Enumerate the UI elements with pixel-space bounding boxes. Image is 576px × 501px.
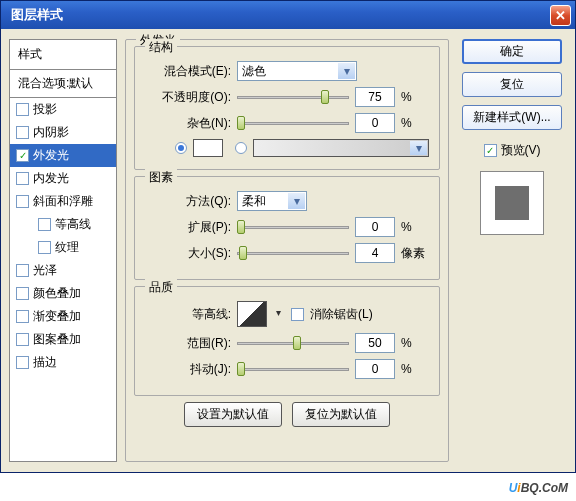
- sidebar-item-outer-glow[interactable]: 外发光: [10, 144, 116, 167]
- elements-legend: 图素: [145, 169, 177, 186]
- sidebar-item-label: 渐变叠加: [33, 308, 81, 325]
- jitter-input[interactable]: [355, 359, 395, 379]
- reset-default-button[interactable]: 复位为默认值: [292, 402, 390, 427]
- opacity-unit: %: [401, 90, 429, 104]
- sidebar-header[interactable]: 样式: [10, 40, 116, 70]
- contour-label: 等高线:: [145, 306, 231, 323]
- sidebar-item-bevel-emboss[interactable]: 斜面和浮雕: [10, 190, 116, 213]
- sidebar-item-label: 外发光: [33, 147, 69, 164]
- checkbox-drop-shadow[interactable]: [16, 103, 29, 116]
- sidebar-item-label: 图案叠加: [33, 331, 81, 348]
- opacity-label: 不透明度(O):: [145, 89, 231, 106]
- jitter-label: 抖动(J):: [145, 361, 231, 378]
- contour-picker[interactable]: [237, 301, 267, 327]
- cancel-button[interactable]: 复位: [462, 72, 562, 97]
- noise-label: 杂色(N):: [145, 115, 231, 132]
- preview-checkbox[interactable]: [484, 144, 497, 157]
- ok-button[interactable]: 确定: [462, 39, 562, 64]
- styles-sidebar: 样式 混合选项:默认 投影内阴影外发光内发光斜面和浮雕等高线纹理光泽颜色叠加渐变…: [9, 39, 117, 462]
- checkbox-gradient-overlay[interactable]: [16, 310, 29, 323]
- chevron-down-icon[interactable]: ▾: [276, 307, 281, 318]
- sidebar-item-label: 描边: [33, 354, 57, 371]
- color-radio[interactable]: [175, 142, 187, 154]
- sidebar-item-gradient-overlay[interactable]: 渐变叠加: [10, 305, 116, 328]
- gradient-radio[interactable]: [235, 142, 247, 154]
- sidebar-item-contour[interactable]: 等高线: [10, 213, 116, 236]
- color-swatch[interactable]: [193, 139, 223, 157]
- range-label: 范围(R):: [145, 335, 231, 352]
- preview-swatch: [495, 186, 529, 220]
- checkbox-satin[interactable]: [16, 264, 29, 277]
- checkbox-outer-glow[interactable]: [16, 149, 29, 162]
- chevron-down-icon: ▾: [410, 141, 427, 155]
- checkbox-contour[interactable]: [38, 218, 51, 231]
- quality-legend: 品质: [145, 279, 177, 296]
- range-unit: %: [401, 336, 429, 350]
- spread-unit: %: [401, 220, 429, 234]
- sidebar-item-satin[interactable]: 光泽: [10, 259, 116, 282]
- jitter-slider[interactable]: [237, 360, 349, 378]
- technique-value: 柔和: [242, 193, 266, 210]
- close-button[interactable]: ✕: [550, 5, 571, 26]
- checkbox-pattern-overlay[interactable]: [16, 333, 29, 346]
- noise-unit: %: [401, 116, 429, 130]
- technique-select[interactable]: 柔和 ▾: [237, 191, 307, 211]
- size-slider[interactable]: [237, 244, 349, 262]
- jitter-unit: %: [401, 362, 429, 376]
- noise-slider[interactable]: [237, 114, 349, 132]
- antialias-checkbox[interactable]: [291, 308, 304, 321]
- noise-input[interactable]: [355, 113, 395, 133]
- checkbox-texture[interactable]: [38, 241, 51, 254]
- antialias-label: 消除锯齿(L): [310, 306, 373, 323]
- range-slider[interactable]: [237, 334, 349, 352]
- sidebar-item-label: 颜色叠加: [33, 285, 81, 302]
- structure-group: 结构 混合模式(E): 滤色 ▾ 不透明度(O):: [134, 46, 440, 170]
- checkbox-stroke[interactable]: [16, 356, 29, 369]
- sidebar-item-label: 纹理: [55, 239, 79, 256]
- opacity-input[interactable]: [355, 87, 395, 107]
- outer-glow-panel: 外发光 结构 混合模式(E): 滤色 ▾ 不透明度(O):: [125, 39, 449, 462]
- sidebar-item-label: 等高线: [55, 216, 91, 233]
- chevron-down-icon: ▾: [288, 193, 305, 209]
- preview-box: [480, 171, 544, 235]
- sidebar-item-inner-glow[interactable]: 内发光: [10, 167, 116, 190]
- size-unit: 像素: [401, 245, 429, 262]
- spread-slider[interactable]: [237, 218, 349, 236]
- checkbox-color-overlay[interactable]: [16, 287, 29, 300]
- spread-input[interactable]: [355, 217, 395, 237]
- sidebar-item-label: 内发光: [33, 170, 69, 187]
- opacity-slider[interactable]: [237, 88, 349, 106]
- sidebar-item-label: 内阴影: [33, 124, 69, 141]
- blend-options[interactable]: 混合选项:默认: [10, 70, 116, 98]
- size-label: 大小(S):: [145, 245, 231, 262]
- sidebar-item-color-overlay[interactable]: 颜色叠加: [10, 282, 116, 305]
- checkbox-inner-glow[interactable]: [16, 172, 29, 185]
- size-input[interactable]: [355, 243, 395, 263]
- new-style-button[interactable]: 新建样式(W)...: [462, 105, 562, 130]
- quality-group: 品质 等高线: ▾ 消除锯齿(L) 范围(R):: [134, 286, 440, 396]
- preview-label: 预览(V): [501, 142, 541, 159]
- range-input[interactable]: [355, 333, 395, 353]
- make-default-button[interactable]: 设置为默认值: [184, 402, 282, 427]
- sidebar-item-label: 投影: [33, 101, 57, 118]
- sidebar-item-label: 光泽: [33, 262, 57, 279]
- sidebar-item-pattern-overlay[interactable]: 图案叠加: [10, 328, 116, 351]
- structure-legend: 结构: [145, 39, 177, 56]
- sidebar-item-drop-shadow[interactable]: 投影: [10, 98, 116, 121]
- window-title: 图层样式: [5, 6, 550, 24]
- spread-label: 扩展(P):: [145, 219, 231, 236]
- chevron-down-icon: ▾: [338, 63, 355, 79]
- blend-mode-value: 滤色: [242, 63, 266, 80]
- checkbox-bevel-emboss[interactable]: [16, 195, 29, 208]
- checkbox-inner-shadow[interactable]: [16, 126, 29, 139]
- elements-group: 图素 方法(Q): 柔和 ▾ 扩展(P):: [134, 176, 440, 280]
- watermark: UiBQ.CoM: [509, 476, 568, 497]
- sidebar-item-inner-shadow[interactable]: 内阴影: [10, 121, 116, 144]
- sidebar-item-texture[interactable]: 纹理: [10, 236, 116, 259]
- gradient-select[interactable]: ▾: [253, 139, 429, 157]
- blend-mode-label: 混合模式(E):: [145, 63, 231, 80]
- sidebar-item-label: 斜面和浮雕: [33, 193, 93, 210]
- technique-label: 方法(Q):: [145, 193, 231, 210]
- blend-mode-select[interactable]: 滤色 ▾: [237, 61, 357, 81]
- sidebar-item-stroke[interactable]: 描边: [10, 351, 116, 374]
